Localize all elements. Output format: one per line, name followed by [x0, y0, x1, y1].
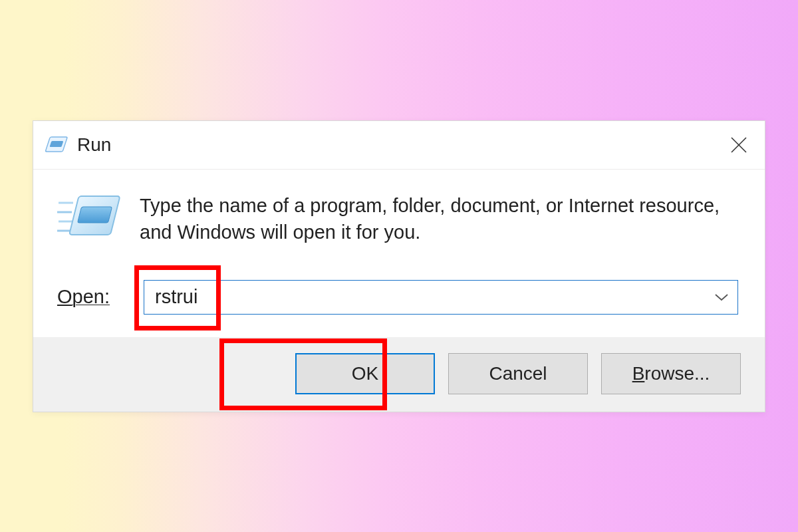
titlebar: Run: [33, 121, 765, 170]
background: Run: [0, 0, 798, 532]
dialog-description: Type the name of a program, folder, docu…: [140, 192, 738, 245]
run-icon-small: [45, 136, 69, 154]
run-icon-large: [57, 192, 124, 247]
svg-rect-9: [78, 207, 112, 223]
cancel-button[interactable]: Cancel: [448, 353, 588, 394]
run-dialog: Run: [33, 120, 765, 412]
open-label: Open:: [57, 286, 144, 308]
ok-button[interactable]: OK: [295, 353, 435, 394]
dialog-body: Type the name of a program, folder, docu…: [33, 170, 765, 337]
open-combobox[interactable]: [144, 280, 738, 315]
dialog-footer: OK Cancel Browse...: [33, 337, 765, 412]
close-button[interactable]: [722, 128, 755, 162]
cancel-label: Cancel: [489, 363, 547, 384]
dialog-title: Run: [77, 134, 722, 156]
close-icon: [730, 136, 748, 154]
svg-rect-1: [49, 141, 63, 147]
open-input[interactable]: [154, 285, 704, 309]
chevron-down-icon[interactable]: [714, 293, 729, 302]
browse-label: Browse...: [632, 363, 710, 384]
browse-button[interactable]: Browse...: [601, 353, 741, 394]
ok-label: OK: [352, 363, 378, 384]
